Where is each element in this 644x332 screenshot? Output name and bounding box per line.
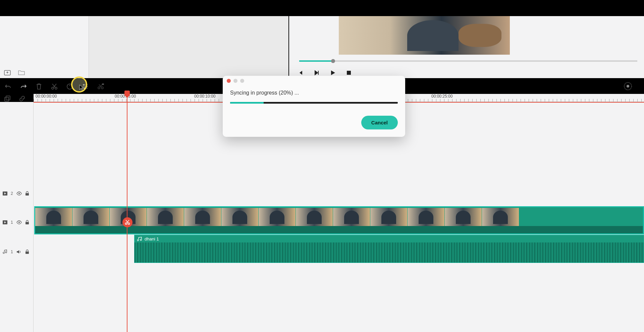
sync-icon: [97, 83, 104, 90]
svg-rect-21: [25, 222, 29, 224]
video-thumbnail: [445, 208, 482, 227]
center-panel: [89, 16, 288, 78]
track-number: 1: [11, 220, 13, 225]
preview-panel: [289, 16, 644, 78]
video-thumbnail: [408, 208, 444, 227]
scissors-icon: [124, 219, 130, 225]
preview-progress-bar[interactable]: [299, 60, 637, 62]
link-icon: [19, 95, 25, 102]
media-toolbar: [3, 68, 25, 76]
video-thumbnail: [333, 208, 370, 227]
video-thumbnail: [370, 208, 407, 227]
video-thumbnail: [35, 208, 72, 227]
duplicate-icon: [4, 95, 11, 102]
svg-point-7: [86, 86, 87, 87]
delete-button[interactable]: [34, 82, 44, 91]
undo-icon: [5, 84, 11, 89]
svg-point-17: [18, 193, 20, 194]
cancel-button[interactable]: Cancel: [361, 116, 398, 129]
eye-icon[interactable]: [16, 220, 22, 224]
redo-button[interactable]: [19, 82, 28, 91]
svg-rect-11: [102, 84, 104, 85]
trash-icon: [36, 83, 42, 90]
record-icon: [624, 82, 632, 91]
video-icon: [3, 220, 7, 224]
play-icon: [330, 70, 336, 76]
undo-button[interactable]: [3, 82, 13, 91]
audio-clip-name: dhani 1: [145, 236, 159, 241]
music-icon: [3, 250, 7, 254]
video-thumbnail: [72, 208, 109, 227]
video-thumbnail: [147, 208, 184, 227]
track-number: 2: [11, 191, 13, 196]
ruler-label: 00:00:10:00: [194, 94, 215, 99]
video-track-2-header: 2: [0, 188, 34, 199]
svg-point-8: [84, 88, 85, 89]
maximize-dot: [240, 79, 244, 83]
prev-frame-icon: [298, 70, 304, 76]
svg-rect-15: [6, 96, 10, 100]
folder-icon[interactable]: [17, 68, 25, 76]
lock-icon[interactable]: [25, 250, 29, 254]
redo-icon: [20, 84, 27, 89]
timeline-toolbar: [3, 82, 105, 91]
music-icon: [137, 237, 143, 241]
sync-button[interactable]: [96, 82, 105, 91]
app-titlebar: [0, 0, 644, 16]
track-controls-column: 2 1 1: [0, 102, 34, 332]
preview-progress-thumb[interactable]: [331, 59, 335, 63]
cut-button[interactable]: [50, 82, 59, 91]
dialog-actions: Cancel: [230, 116, 398, 129]
sync-status-text: Syncing in progress (20%) ...: [230, 90, 398, 96]
ruler-label: 00:00:00:00: [36, 94, 57, 99]
speaker-icon[interactable]: [16, 250, 22, 254]
video-track-1-header: 1: [0, 217, 34, 227]
record-button[interactable]: [624, 82, 632, 91]
svg-rect-22: [25, 252, 29, 254]
cursor-icon: [79, 85, 84, 91]
stop-icon: [346, 70, 352, 75]
video-thumbnail: [296, 208, 333, 227]
audio-track-1-header: 1: [0, 247, 34, 257]
preview-progress-fill: [299, 60, 333, 62]
svg-point-24: [125, 223, 127, 225]
audio-clip[interactable]: dhani 1: [134, 235, 644, 263]
sync-progress-bar: [230, 102, 398, 104]
svg-rect-14: [5, 97, 9, 101]
eye-icon[interactable]: [16, 191, 22, 196]
svg-rect-0: [347, 71, 351, 75]
video-thumbnail: [259, 208, 296, 227]
playhead[interactable]: [127, 91, 127, 332]
dialog-body: Syncing in progress (20%) ... Cancel: [223, 86, 405, 137]
lock-icon[interactable]: [25, 220, 29, 225]
preview-video[interactable]: [339, 16, 510, 55]
video-thumbnail: [482, 208, 519, 227]
playhead-marker[interactable]: [124, 91, 130, 95]
svg-point-20: [18, 222, 20, 223]
dialog-titlebar: [223, 76, 405, 86]
video-thumbnail: [184, 208, 221, 227]
color-button[interactable]: [65, 82, 74, 91]
svg-point-4: [67, 84, 72, 89]
sync-progress-fill: [230, 102, 264, 104]
video-icon: [3, 191, 7, 196]
svg-point-25: [128, 223, 130, 225]
palette-icon: [66, 83, 73, 90]
minimize-dot: [233, 79, 237, 83]
import-media-icon[interactable]: [3, 68, 11, 76]
svg-rect-18: [25, 193, 29, 196]
sync-progress-dialog: Syncing in progress (20%) ... Cancel: [223, 76, 405, 137]
track-number: 1: [11, 250, 13, 254]
audio-clip-label: dhani 1: [137, 236, 159, 241]
close-dot[interactable]: [227, 79, 231, 83]
step-icon: [314, 70, 320, 76]
audio-waveform: [135, 242, 644, 263]
scissors-icon: [51, 83, 58, 90]
svg-point-5: [69, 85, 70, 86]
ruler-label: 00:00:25:00: [431, 94, 452, 99]
svg-point-13: [627, 85, 629, 88]
lock-icon[interactable]: [25, 191, 29, 196]
playhead-scissor-marker[interactable]: [122, 217, 132, 227]
video-thumbnail: [221, 208, 258, 227]
